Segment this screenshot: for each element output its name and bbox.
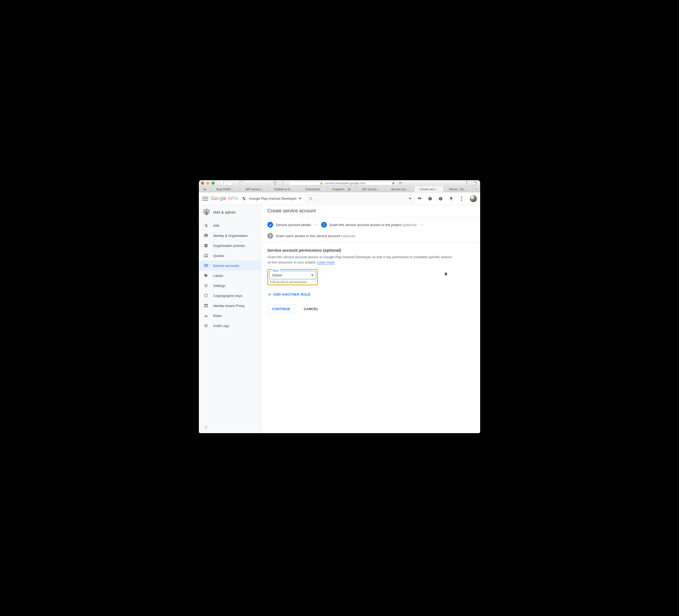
svg-rect-33 [204, 304, 207, 305]
window-zoom-dot[interactable] [212, 182, 215, 185]
learn-more-link[interactable]: Learn more [317, 260, 334, 265]
lock-icon: 🔒 [320, 182, 323, 184]
svg-rect-19 [205, 245, 207, 245]
document-icon [203, 243, 208, 248]
browser-tab[interactable]: Grammarly [298, 186, 327, 192]
browser-tab[interactable]: API access… [356, 186, 385, 192]
svg-point-27 [205, 265, 205, 266]
step1-badge [267, 222, 273, 228]
nav-forward-button[interactable]: › [226, 181, 232, 185]
notifications-icon[interactable] [449, 196, 454, 201]
svg-rect-8 [419, 197, 420, 200]
browser-tab[interactable]: Bug 59400:… [211, 186, 240, 192]
permissions-description: Grant this service account access to Goo… [267, 254, 456, 265]
chevron-down-icon [409, 198, 411, 199]
nav-back-button[interactable]: ‹ [221, 181, 226, 185]
role-select[interactable]: Role Owner [269, 271, 316, 279]
svg-line-5 [312, 199, 313, 200]
tabs-overview-button[interactable] [472, 181, 478, 185]
sidebar-item-identity[interactable]: Identity & Organisation [199, 230, 261, 241]
svg-point-4 [310, 197, 312, 199]
sidebar-item-service-accounts[interactable]: Service accounts [199, 260, 261, 271]
svg-text:?: ? [440, 197, 442, 200]
tab-audio-icon: 🔊 [392, 182, 395, 184]
sidebar-item-labels[interactable]: Labels [199, 271, 261, 281]
iap-icon [203, 303, 208, 308]
cloud-header: Google APIs Google Play Android Develope… [199, 192, 480, 205]
svg-rect-6 [418, 197, 419, 199]
collapse-sidebar-button[interactable]: 〈I [200, 423, 208, 432]
help-icon[interactable]: ? [438, 196, 443, 201]
browser-tabstrip: de Bug 59400:… API access… Publish to G…… [199, 186, 480, 192]
browser-tab-active[interactable]: Create servi… [415, 186, 444, 192]
shield-icon [203, 293, 208, 298]
sidebar-item-orgpolicies[interactable]: Organisation policies [199, 241, 261, 251]
address-bar[interactable]: 🔒 console.developers.google.com 🔊 [288, 181, 397, 185]
quota-icon [203, 253, 208, 258]
step3-label: Grant users access to this service accou… [276, 234, 355, 238]
window-close-dot[interactable] [201, 182, 204, 185]
browser-titlebar: ‹ › ⓘ 🔒 console.developers.google.com 🔊 … [199, 180, 480, 186]
svg-rect-3 [473, 182, 476, 184]
audio-icon: 🔊 [348, 188, 351, 190]
sidebar-item-iap[interactable]: Identity-Aware Proxy [199, 301, 261, 311]
search-input[interactable] [316, 196, 406, 201]
browser-tab[interactable]: de [199, 186, 211, 192]
menu-button[interactable] [202, 195, 208, 202]
brand-logo[interactable]: Google APIs [211, 196, 238, 201]
person-add-icon [203, 223, 208, 228]
project-name: Google Play Android Developer [249, 196, 297, 201]
sidebar-item-iam[interactable]: IAM [199, 220, 261, 230]
svg-rect-39 [446, 272, 446, 273]
sidebar-item-quotas[interactable]: Quotas [199, 251, 261, 260]
svg-rect-37 [204, 326, 207, 326]
free-trial-icon[interactable] [417, 196, 422, 201]
alert-icon[interactable] [427, 196, 433, 201]
step2-label: Grant this service account access to the… [329, 223, 417, 227]
sidebar-header[interactable]: IAM & admin [199, 205, 261, 219]
new-tab-button[interactable]: ＋ [473, 186, 480, 192]
project-picker[interactable]: Google Play Android Developer [241, 195, 303, 202]
window-minimize-dot[interactable] [206, 182, 209, 185]
svg-rect-38 [204, 327, 207, 327]
svg-rect-20 [205, 245, 207, 246]
cancel-button[interactable]: CANCEL [299, 305, 323, 313]
add-another-role-button[interactable]: ＋ ADD ANOTHER ROLE [267, 292, 456, 297]
roles-icon [203, 313, 208, 318]
browser-tab[interactable]: Fragmen…🔊 [327, 186, 356, 192]
share-button[interactable] [464, 181, 470, 185]
sidebar-toggle-button[interactable] [238, 181, 244, 185]
sidebar-item-roles[interactable]: Roles [199, 311, 261, 321]
browser-tab[interactable]: Stores · Sm… [444, 186, 473, 192]
svg-rect-23 [205, 255, 205, 257]
browser-tab[interactable]: Service acc… [386, 186, 415, 192]
delete-role-button[interactable] [444, 272, 448, 277]
svg-point-34 [205, 306, 206, 306]
chevron-down-icon [311, 275, 314, 276]
svg-point-17 [205, 235, 207, 236]
permissions-heading: Service account permissions (optional) [267, 248, 456, 252]
svg-point-14 [451, 199, 452, 200]
search-bar[interactable] [305, 194, 414, 203]
account-avatar[interactable] [470, 195, 477, 202]
browser-tab[interactable]: API access… [240, 186, 269, 192]
page-title: Create service account [267, 208, 474, 214]
sidebar: IAM & admin IAM Identity & Organisation … [199, 205, 262, 433]
reload-button[interactable]: ⟳ [399, 181, 402, 185]
sidebar-item-settings[interactable]: Settings [199, 281, 261, 290]
sidebar-title: IAM & admin [213, 210, 236, 214]
sidebar-item-audit-logs[interactable]: Audit Logs [199, 321, 261, 331]
continue-button[interactable]: CONTINUE [267, 305, 295, 313]
svg-rect-24 [206, 255, 206, 257]
step3-badge: 3 [267, 233, 273, 239]
extension-grammarly-icon[interactable] [272, 181, 278, 185]
browser-tab[interactable]: Publish to G… [269, 186, 298, 192]
more-menu-button[interactable] [459, 196, 464, 201]
sidebar-item-crypto-keys[interactable]: Cryptographic keys [199, 290, 261, 301]
svg-rect-7 [420, 197, 421, 199]
service-account-icon [203, 263, 208, 268]
site-info-button[interactable]: ⓘ [280, 181, 286, 185]
divider [314, 224, 318, 225]
svg-point-30 [205, 275, 205, 275]
main-content: Create service account Service account d… [262, 205, 480, 433]
